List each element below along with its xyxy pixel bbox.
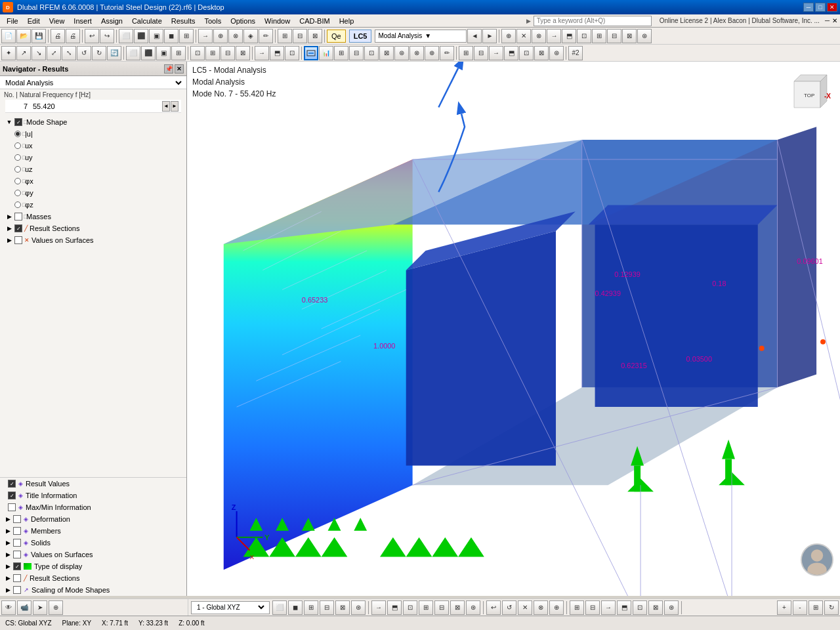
- bt-zoom-out[interactable]: -: [793, 600, 807, 615]
- bt-btn3[interactable]: ⊞: [304, 600, 318, 615]
- online-min-btn[interactable]: ─: [825, 17, 830, 24]
- tb-btn8[interactable]: ⊗: [228, 29, 243, 43]
- tb2-btn17[interactable]: →: [255, 46, 269, 60]
- menu-edit[interactable]: Edit: [24, 16, 44, 26]
- tb-btn18[interactable]: ⬒: [562, 29, 576, 43]
- tb-btn14[interactable]: ⊕: [501, 29, 516, 43]
- rsb-expander[interactable]: ▶: [4, 574, 12, 582]
- navigator-dropdown[interactable]: Modal Analysis: [0, 76, 186, 89]
- tb-next-lc[interactable]: ►: [482, 29, 497, 43]
- rs-top-expander[interactable]: ▶: [5, 224, 13, 232]
- bt-btn25[interactable]: ⊛: [664, 600, 679, 615]
- tb-btn2[interactable]: ⬛: [134, 29, 148, 43]
- minimize-button[interactable]: ─: [803, 3, 814, 12]
- tb2-btn20[interactable]: 📊: [319, 46, 333, 60]
- tb2-btn22[interactable]: ⊟: [349, 46, 364, 60]
- masses-check[interactable]: [14, 213, 22, 220]
- tb-btn16[interactable]: ⊗: [532, 29, 546, 43]
- search-input[interactable]: [534, 16, 652, 26]
- tb2-btn18[interactable]: ⬒: [270, 46, 284, 60]
- sol-check[interactable]: [13, 539, 21, 547]
- tb-btn23[interactable]: ⊛: [637, 29, 652, 43]
- tb-prev-lc[interactable]: ◄: [467, 29, 482, 43]
- nav-scaling-mode-shapes[interactable]: ▶ ↗ Scaling of Mode Shapes: [0, 584, 186, 596]
- tb-btn22[interactable]: ⊠: [622, 29, 637, 43]
- tod-check[interactable]: [13, 562, 21, 570]
- tb2-btn10[interactable]: ⬛: [141, 46, 156, 60]
- tb-open[interactable]: 📂: [16, 29, 31, 43]
- freq-prev[interactable]: ◄: [162, 101, 170, 112]
- tb2-btn28[interactable]: ✏: [440, 46, 454, 60]
- nav-result-values[interactable]: ◈ Result Values: [0, 478, 186, 490]
- navigation-cube[interactable]: -X TOP: [781, 68, 833, 121]
- masses-expander[interactable]: ▶: [5, 213, 13, 220]
- tb2-btn11[interactable]: ▣: [156, 46, 171, 60]
- nav-members[interactable]: ▶ ◈ Members: [0, 525, 186, 537]
- sms-expander[interactable]: ▶: [4, 586, 12, 594]
- tb2-btn25[interactable]: ⊛: [394, 46, 409, 60]
- bt-btn11[interactable]: ⊟: [434, 600, 449, 615]
- tree-uz[interactable]: □ uz: [0, 163, 186, 175]
- nav-title-information[interactable]: ◈ Title Information: [0, 490, 186, 501]
- tb2-btn9[interactable]: ⬜: [126, 46, 140, 60]
- tb-btn15[interactable]: ✕: [516, 29, 531, 43]
- def-check[interactable]: [13, 515, 21, 523]
- tb2-btn7[interactable]: ↻: [92, 46, 106, 60]
- tb2-btn3[interactable]: ↘: [32, 46, 46, 60]
- ti-check[interactable]: [8, 492, 16, 499]
- vs-expander[interactable]: ▶: [5, 236, 13, 244]
- rv-check[interactable]: [8, 480, 16, 488]
- tb2-btn30[interactable]: ⊟: [474, 46, 488, 60]
- tb2-btn31[interactable]: →: [489, 46, 503, 60]
- tb-btn5[interactable]: ⊞: [179, 29, 194, 43]
- tb2-btn16[interactable]: ⊠: [236, 46, 250, 60]
- tb-btn10[interactable]: ✏: [259, 29, 273, 43]
- bt-btn18[interactable]: ⊕: [549, 600, 564, 615]
- bt-btn8[interactable]: ⬒: [387, 600, 402, 615]
- tree-uy[interactable]: □ uy: [0, 152, 186, 163]
- tb-btn1[interactable]: ⬜: [119, 29, 133, 43]
- bt-fit[interactable]: ⊞: [808, 600, 823, 615]
- bt-btn4[interactable]: ⊟: [320, 600, 334, 615]
- nav-eye-btn[interactable]: 👁: [1, 600, 16, 615]
- tb2-btn29[interactable]: ⊞: [459, 46, 473, 60]
- qe-button[interactable]: Qe: [327, 30, 346, 43]
- def-expander[interactable]: ▶: [4, 515, 12, 523]
- vs-check[interactable]: [14, 236, 22, 244]
- bt-btn22[interactable]: ⬒: [617, 600, 631, 615]
- nav-values-surfaces-b[interactable]: ▶ ◈ Values on Surfaces: [0, 549, 186, 560]
- tb-btn12[interactable]: ⊟: [293, 29, 307, 43]
- uy-radio[interactable]: [14, 154, 21, 161]
- nav-close-btn[interactable]: ✕: [175, 64, 184, 74]
- nav-result-sections-b[interactable]: ▶ ╱ Result Sections: [0, 572, 186, 584]
- tree-u-abs[interactable]: □ |u|: [0, 128, 186, 140]
- tb-btn13[interactable]: ⊠: [308, 29, 322, 43]
- rs-top-check[interactable]: [14, 224, 22, 232]
- nav-solids[interactable]: ▶ ◈ Solids: [0, 537, 186, 549]
- tb-btn19[interactable]: ⊡: [577, 29, 591, 43]
- bt-btn14[interactable]: ↩: [486, 600, 501, 615]
- tb2-result-display[interactable]: [304, 46, 318, 60]
- tb2-btn13[interactable]: ⊡: [190, 46, 205, 60]
- bt-btn6[interactable]: ⊛: [351, 600, 366, 615]
- mode-shape-check[interactable]: [14, 118, 22, 126]
- tb2-btn19[interactable]: ⊡: [285, 46, 299, 60]
- mem-check[interactable]: [13, 527, 21, 535]
- navigator-dropdown-select[interactable]: Modal Analysis: [3, 78, 184, 87]
- sol-expander[interactable]: ▶: [4, 539, 12, 547]
- mem-expander[interactable]: ▶: [4, 527, 12, 535]
- bt-btn13[interactable]: ⊛: [466, 600, 480, 615]
- tb2-btn1[interactable]: ✦: [1, 46, 16, 60]
- tb-undo[interactable]: ↩: [85, 29, 99, 43]
- menu-insert[interactable]: Insert: [70, 16, 96, 26]
- bt-btn19[interactable]: ⊞: [570, 600, 584, 615]
- tree-py[interactable]: □ φy: [0, 187, 186, 199]
- tb2-btn34[interactable]: ⊠: [534, 46, 549, 60]
- menu-assign[interactable]: Assign: [97, 16, 127, 26]
- tree-mode-shape[interactable]: ▼ □ Mode Shape: [0, 116, 186, 128]
- tree-px[interactable]: □ φx: [0, 175, 186, 187]
- nav-cursor-btn[interactable]: ➤: [33, 600, 47, 615]
- vsb-expander[interactable]: ▶: [4, 551, 12, 558]
- pz-radio[interactable]: [14, 201, 21, 208]
- menu-view[interactable]: View: [45, 16, 69, 26]
